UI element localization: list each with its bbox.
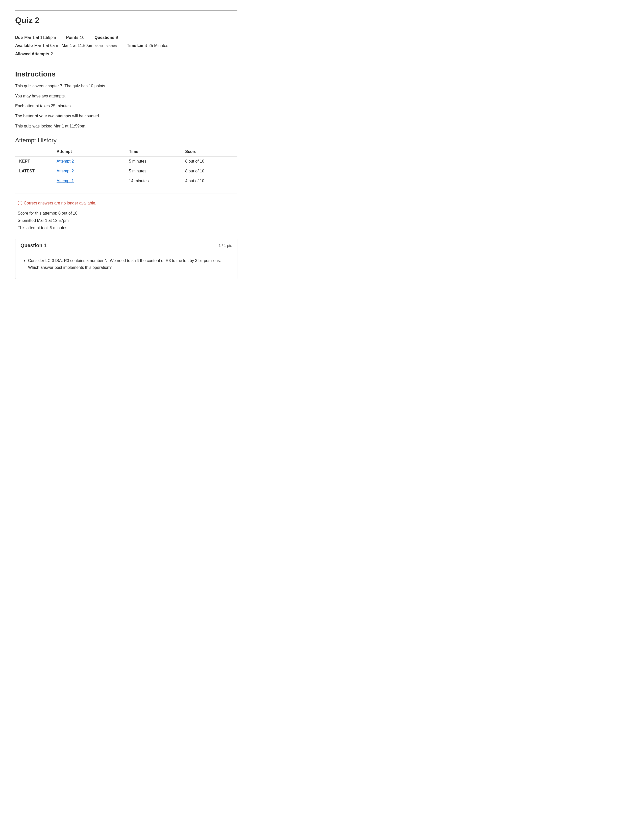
table-row: KEPT Attempt 2 5 minutes 8 out of 10 [15,156,237,166]
row2-attempt[interactable]: Attempt 2 [53,166,125,176]
due-label: Due [15,34,23,42]
question-1-card: Question 1 1 / 1 pts Consider LC-3 ISA. … [15,239,237,279]
notice-icon: ⓘ [18,200,22,206]
score-info: Score for this attempt: 8 out of 10 Subm… [18,210,237,232]
meta-allowed-attempts: Allowed Attempts 2 [15,50,53,58]
meta-row-3: Allowed Attempts 2 [15,50,237,58]
instructions-section: Instructions This quiz covers chapter 7.… [15,70,237,129]
row3-attempt[interactable]: Attempt 1 [53,176,125,186]
col-header-score: Score [181,148,237,156]
meta-points: Points 10 [66,34,85,42]
correct-answers-notice: ⓘ Correct answers are no longer availabl… [18,200,237,206]
took-line: This attempt took 5 minutes. [18,224,237,232]
table-row: LATEST Attempt 2 5 minutes 8 out of 10 [15,166,237,176]
questions-label: Questions [95,34,114,42]
points-label: Points [66,34,79,42]
attempt2-link-kept[interactable]: Attempt 2 [56,159,74,163]
question-1-header: Question 1 1 / 1 pts [15,239,237,252]
allowed-attempts-value: 2 [51,50,53,58]
score-line: Score for this attempt: 8 out of 10 [18,210,237,217]
row3-label [15,176,53,186]
row3-score: 4 out of 10 [181,176,237,186]
row2-score: 8 out of 10 [181,166,237,176]
row2-time: 5 minutes [125,166,181,176]
instruction-p1: This quiz covers chapter 7. The quiz has… [15,83,237,89]
instructions-title: Instructions [15,70,237,78]
time-limit-label: Time Limit [127,42,147,50]
time-limit-value: 25 Minutes [148,42,168,50]
available-value: Mar 1 at 6am - Mar 1 at 11:59pm [34,42,93,50]
question-1-title: Question 1 [21,243,47,248]
available-sub: about 18 hours [95,43,117,49]
available-label: Available [15,42,33,50]
score-section: ⓘ Correct answers are no longer availabl… [15,200,237,232]
table-row: Attempt 1 14 minutes 4 out of 10 [15,176,237,186]
points-value: 10 [80,34,85,42]
meta-row-2: Available Mar 1 at 6am - Mar 1 at 11:59p… [15,42,237,50]
instruction-p4: The better of your two attempts will be … [15,113,237,119]
question-1-list: Consider LC-3 ISA. R3 contains a number … [28,257,230,271]
col-header-attempt: Attempt [53,148,125,156]
col-header-label [15,148,53,156]
question-1-body: Consider LC-3 ISA. R3 contains a number … [15,252,237,279]
score-value: 8 [58,211,61,215]
table-header-row: Attempt Time Score [15,148,237,156]
meta-available: Available Mar 1 at 6am - Mar 1 at 11:59p… [15,42,117,50]
attempt-history-title: Attempt History [15,137,237,144]
meta-questions: Questions 9 [95,34,118,42]
question-1-pts: 1 / 1 pts [219,243,232,248]
attempt2-link-latest[interactable]: Attempt 2 [56,169,74,173]
submitted-line: Submitted Mar 1 at 12:57pm [18,217,237,224]
row2-label: LATEST [15,166,53,176]
locked-notice: This quiz was locked Mar 1 at 11:59pm. [15,123,237,130]
score-suffix: out of 10 [61,211,77,215]
row1-score: 8 out of 10 [181,156,237,166]
row3-time: 14 minutes [125,176,181,186]
row1-time: 5 minutes [125,156,181,166]
meta-due: Due Mar 1 at 11:59pm [15,34,56,42]
col-header-time: Time [125,148,181,156]
meta-section: Due Mar 1 at 11:59pm Points 10 Questions… [15,34,237,63]
notice-text: Correct answers are no longer available. [24,201,96,206]
score-prefix: Score for this attempt: [18,211,58,215]
meta-row-1: Due Mar 1 at 11:59pm Points 10 Questions… [15,34,237,42]
attempt-history-section: Attempt History Attempt Time Score KEPT … [15,137,237,186]
due-value: Mar 1 at 11:59pm [24,34,56,42]
attempt-table: Attempt Time Score KEPT Attempt 2 5 minu… [15,148,237,186]
row1-label: KEPT [15,156,53,166]
allowed-attempts-label: Allowed Attempts [15,50,49,58]
question-1-text: Consider LC-3 ISA. R3 contains a number … [28,257,230,271]
row1-attempt[interactable]: Attempt 2 [53,156,125,166]
attempt1-link[interactable]: Attempt 1 [56,179,74,183]
page-title: Quiz 2 [15,10,237,29]
instruction-p2: You may have two attempts. [15,93,237,100]
questions-value: 9 [116,34,118,42]
meta-time-limit: Time Limit 25 Minutes [127,42,168,50]
instruction-p3: Each attempt takes 25 minutes. [15,103,237,109]
section-divider [15,194,237,194]
